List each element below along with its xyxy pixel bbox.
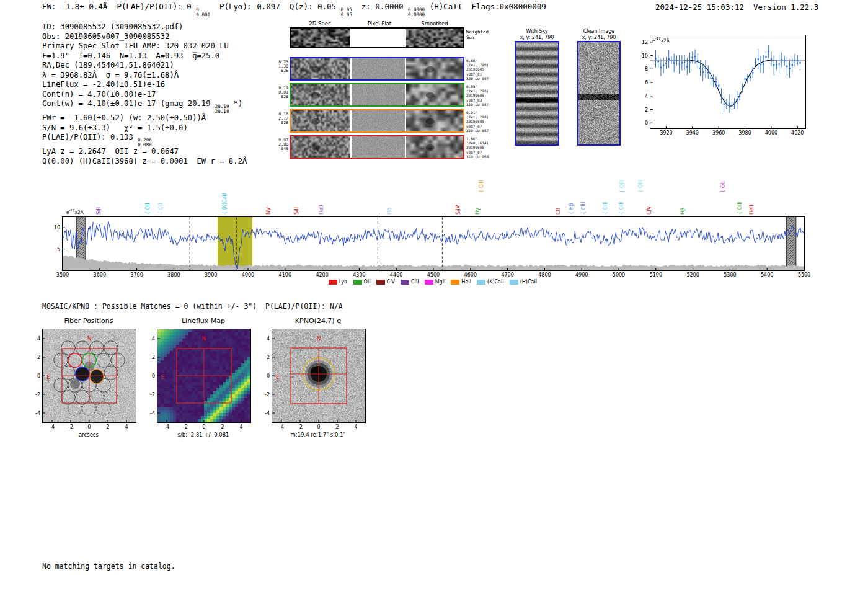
spectrum-legend: LyαOIICIVCIIIMgIIHeII(K)CaII(H)CaII [62, 279, 804, 285]
tick-label: 4000 [765, 130, 777, 136]
info-value: 20190605 [466, 93, 494, 97]
spec2d-column-header: Smoothed [421, 20, 448, 27]
clean-image-title-text: Clean Image [576, 29, 622, 35]
elixer-detection-report: EW: -1.8±-0.4Å P(LAE)/P(OII): 0 00.001 P… [0, 0, 868, 591]
text-segment: F=1.9" T=0.146 N̅=1.13 A=0.93 g̅=25.0 [42, 51, 219, 60]
spec2d-cell-canvas [291, 29, 350, 47]
tick-label: 0 [267, 373, 270, 379]
tick-label: 2 [267, 355, 270, 360]
legend-item: CIV [376, 279, 395, 285]
spec2d-cell-canvas [406, 84, 463, 105]
with-sky-image [516, 42, 558, 144]
tick-label: 4400 [390, 272, 402, 278]
tick-label: 4 [239, 424, 242, 430]
info-value: 320_LU_068 [466, 154, 494, 159]
info-line: RA,Dec (189.454041,51.864021) [42, 61, 247, 71]
info-line: λ = 3968.82Å σ = 9.76(±1.68)Å [42, 71, 247, 81]
spec2d-cell-canvas [291, 136, 350, 158]
text-segment: ID: 3090085532 (3090085532.pdf) [42, 22, 183, 31]
legend-item: Lyα [329, 279, 348, 285]
stacked-value: 0.2060.088 [138, 138, 152, 147]
info-line: LineFlux = -2.40(±0.51)e-16 [42, 80, 247, 90]
text-segment: EWr = -1.60(±0.52) (w: 2.50(±0.50))Å [42, 113, 206, 122]
tick-label: 3940 [686, 130, 699, 136]
lineflux-map-title: Lineflux Map [182, 317, 225, 325]
tick-label: 0 [645, 120, 648, 126]
spec2d-cell-canvas [352, 136, 405, 158]
info-line: EWr = -1.60(±0.52) (w: 2.50(±0.50))Å [42, 113, 247, 123]
spec2d-row [290, 27, 464, 48]
tick-label: 3700 [130, 272, 143, 278]
tick-label: 0 [202, 424, 205, 430]
emission-line-label: { OII [721, 181, 726, 193]
info-value: (241, 790) [466, 89, 494, 93]
kpno-cutout-xlabel: m:19.4 re:1.7" s:0.1" [290, 432, 345, 438]
tick-label: 0 [152, 373, 155, 379]
info-value: (241, 790) [466, 63, 494, 67]
text-segment: Obs: 20190605v007_3090085532 [42, 32, 169, 41]
tick-label: -2 [298, 424, 303, 430]
annotation-rest: x2Å [75, 210, 84, 215]
info-value: (241, 790) [466, 115, 494, 119]
stacked-value: 0.00000.0000 [408, 7, 425, 17]
text-segment: S/N = 9.6(±3.3) χ² = 1.5(±0.0) [42, 123, 188, 132]
clean-image [578, 42, 619, 144]
legend-swatch [353, 280, 362, 285]
legend-item: (K)CaII [477, 279, 504, 285]
info-line: Obs: 20190605v007_3090085532 [42, 32, 247, 42]
emission-line-label: Hβ [681, 208, 686, 215]
annotation-rest: x2Å [661, 38, 670, 43]
emission-line-label: Hγ [476, 208, 480, 215]
legend-swatch [425, 280, 433, 285]
spec2d-row-info: WeightedSum [466, 30, 494, 40]
text-segment: Primary Spec_Slot_IFU_AMP: 320_032_020_L… [42, 42, 229, 50]
emission-line-label: CII [556, 208, 561, 215]
info-value: 320_LU_087 [466, 76, 494, 81]
tick-label: 4020 [791, 130, 804, 136]
emission-line-label: { Hβ [569, 203, 574, 215]
tick-label: 10 [642, 53, 648, 58]
legend-swatch [451, 280, 459, 285]
legend-label: CIV [387, 279, 395, 285]
detection-info-block: ID: 3090085532 (3090085532.pdf)Obs: 2019… [42, 22, 247, 166]
footer-line: No matching targets in catalog. [42, 562, 175, 572]
tick-label: 4500 [427, 272, 440, 278]
info-value: 20190605 [466, 145, 494, 149]
spec2d-row-info: 0.68"(241, 790)20190605v007_01320_LU_087 [466, 58, 494, 81]
fiber-positions-xlabel: arcsecs [79, 432, 99, 438]
tick-label: -2 [265, 392, 270, 398]
info-value: 0.91" [466, 110, 494, 115]
legend-item: CIII [401, 279, 419, 285]
legend-item: HeII [451, 279, 471, 285]
legend-label: (K)CaII [487, 279, 504, 285]
info-line: ID: 3090085532 (3090085532.pdf) [42, 22, 247, 32]
info-value: 320_LU_087 [466, 102, 494, 107]
info-line: Primary Spec_Slot_IFU_AMP: 320_032_020_L… [42, 42, 247, 51]
text-segment: *) [229, 99, 242, 108]
tick-label: 5500 [798, 272, 810, 278]
text-segment: Q(0.00) (H)CaII(3968) z = 0.0001 EW r = … [42, 157, 247, 166]
legend-swatch [329, 280, 337, 285]
text-segment: λ = 3968.82Å σ = 9.76(±1.68)Å [42, 71, 179, 79]
info-line: LyA z = 2.2647 OII z = 0.0647 [42, 147, 247, 157]
emission-line-label: HeII [319, 205, 324, 215]
tick-label: -2 [183, 424, 188, 430]
legend-item: (H)CaII [510, 279, 537, 285]
text-segment: LineFlux = -2.40(±0.51)e-16 [42, 80, 165, 89]
spec2d-row-weights: 0.251.30026 [272, 60, 288, 74]
text-segment: z: 0.0000 [352, 2, 408, 11]
flux-units-annotation: e-17x2Å [652, 37, 670, 43]
stacked-value: 20.1920.18 [215, 104, 229, 113]
legend-swatch [477, 280, 485, 285]
lineflux-map-canvas [157, 329, 251, 423]
tick-label: -4 [265, 411, 270, 416]
text-segment: Cont(n) = 4.70(±0.00)e-17 [42, 90, 156, 99]
info-value: 0.85" [466, 84, 494, 89]
clean-image-title: Clean Image x, y: 241, 790 [576, 29, 622, 40]
tick-label: 3800 [167, 272, 180, 278]
tick-label: 4200 [316, 272, 328, 278]
tick-label: 3960 [712, 130, 725, 136]
tick-label: 12 [642, 39, 648, 45]
tick-label: 4 [125, 424, 128, 430]
spec2d-cell-canvas [352, 110, 405, 131]
